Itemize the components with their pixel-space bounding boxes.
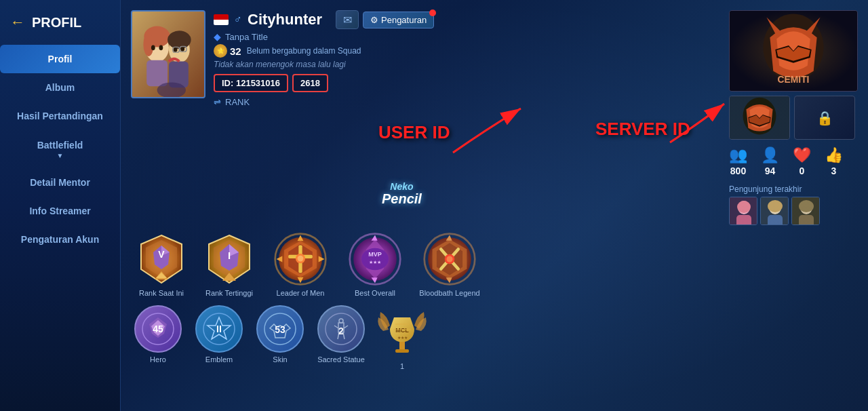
svg-point-11 <box>180 47 184 52</box>
sidebar-item-battlefield[interactable]: Battlefield ▼ <box>0 131 120 168</box>
emblem-label: Emblem <box>205 355 233 364</box>
svg-point-15 <box>157 82 186 98</box>
svg-point-25 <box>737 201 751 213</box>
sidebar-item-album[interactable]: Album <box>0 73 120 102</box>
visitor-2 <box>760 197 789 225</box>
skin-label: Skin <box>273 355 287 364</box>
rank-tertinggi: I Rank Tertinggi <box>199 232 260 297</box>
settings-icon: ⚙ <box>370 15 378 25</box>
svg-text:MCL: MCL <box>395 327 409 334</box>
visitor-thumbs <box>729 197 858 225</box>
avatar <box>131 10 205 98</box>
sacred-statue-item: 2 Sacred Statue <box>314 305 368 364</box>
svg-text:★★★: ★★★ <box>369 259 381 265</box>
flag-icon <box>214 14 229 25</box>
svg-point-9 <box>159 45 163 51</box>
sidebar-item-pengaturan-akun[interactable]: Pengaturan Akun <box>0 225 120 254</box>
svg-rect-30 <box>768 215 783 225</box>
server-id-box: 2618 <box>292 74 328 92</box>
mcl-item: MCL ★★★ 1 <box>375 305 429 370</box>
svg-point-29 <box>768 200 783 212</box>
title-diamond-icon: ◆ <box>214 31 221 42</box>
mcl-count: 1 <box>400 362 404 370</box>
guild-banner: CEMITI <box>729 10 858 92</box>
player-title: Tanpa Title <box>225 32 268 42</box>
sidebar-item-info-streamer[interactable]: Info Streamer <box>0 197 120 225</box>
svg-text:V: V <box>158 249 165 260</box>
sidebar-header: ← PROFIL <box>0 7 120 38</box>
level-coin-icon: ⭐ <box>214 44 227 58</box>
ranks-section: V Rank Saat Ini <box>131 232 858 297</box>
rank-label-row: ⇌ RANK <box>214 97 721 107</box>
guild-lock-box: 🔒 <box>794 96 855 140</box>
svg-point-5 <box>167 31 191 49</box>
title-row: ◆ Tanpa Title <box>214 31 721 42</box>
thumbs-stat: 👍 3 <box>825 146 843 176</box>
sidebar: ← PROFIL Profil Album Hasil Pertandingan… <box>0 0 121 411</box>
thumbs-count: 3 <box>831 165 837 176</box>
svg-text:45: 45 <box>153 324 163 334</box>
emblem-item: II Emblem <box>192 305 246 364</box>
items-section: 45 Hero II Emblem <box>131 305 858 370</box>
rank-highest-label: Rank Tertinggi <box>205 289 253 297</box>
following-count: 94 <box>765 165 776 176</box>
likes-stat: ❤️ 0 <box>793 146 811 176</box>
visitor-1 <box>729 197 757 225</box>
following-icon: 👤 <box>761 146 779 164</box>
hero-circle: 45 <box>134 305 182 353</box>
svg-text:MVP: MVP <box>368 251 382 258</box>
user-id-box: ID: 121531016 <box>214 74 288 92</box>
rank-badge-current: V <box>134 232 189 286</box>
rank-saat-ini: V Rank Saat Ini <box>131 232 192 297</box>
svg-text:2: 2 <box>338 326 344 336</box>
svg-text:I: I <box>228 250 231 261</box>
back-button[interactable]: ← <box>10 14 25 31</box>
sidebar-item-profil[interactable]: Profil <box>0 45 120 73</box>
sidebar-item-hasil[interactable]: Hasil Pertandingan <box>0 102 120 130</box>
thumbs-icon: 👍 <box>825 146 843 164</box>
main-content: ♂ Cityhunter ✉ ⚙ Pengaturan ◆ Tanp <box>121 0 868 411</box>
visitors-label: Pengunjung terakhir <box>729 184 858 194</box>
sacred-label: Sacred Statue <box>317 355 365 364</box>
level-badge: ⭐ 32 <box>214 44 241 58</box>
bloodbath-badge <box>422 232 477 286</box>
squad-text: Belum bergabung dalam Squad <box>247 46 361 56</box>
mail-icon: ✉ <box>343 14 352 26</box>
gender-icon: ♂ <box>234 14 242 26</box>
followers-stat: 👥 800 <box>729 146 747 176</box>
leader-of-men: Leader of Men <box>267 232 334 297</box>
followers-icon: 👥 <box>729 146 747 164</box>
best-overall-label: Best Overall <box>355 289 395 297</box>
likes-count: 0 <box>800 165 805 176</box>
sidebar-title: PROFIL <box>32 15 81 31</box>
rank-badge-highest: I <box>202 232 256 286</box>
guild-sub-row: 🔒 <box>729 96 858 140</box>
player-name: Cityhunter <box>248 11 322 28</box>
bloodbath-label: Bloodbath Legend <box>419 289 479 297</box>
sidebar-item-detail-mentor[interactable]: Detail Mentor <box>0 168 120 197</box>
svg-rect-34 <box>799 215 814 225</box>
notification-dot <box>429 9 436 16</box>
svg-point-33 <box>799 200 814 212</box>
svg-rect-88 <box>339 319 343 323</box>
rank-arrows-icon: ⇌ <box>214 97 221 107</box>
right-panel: CEMITI 🔒 <box>729 10 858 225</box>
hero-label: Hero <box>150 355 166 364</box>
svg-rect-26 <box>736 215 751 225</box>
svg-text:★★★: ★★★ <box>397 336 408 340</box>
mail-button[interactable]: ✉ <box>336 10 359 29</box>
svg-line-91 <box>344 326 348 328</box>
svg-point-4 <box>143 33 153 56</box>
hero-item: 45 Hero <box>131 305 185 364</box>
settings-button[interactable]: ⚙ Pengaturan <box>363 12 434 28</box>
skin-item: 53 Skin <box>253 305 307 364</box>
best-overall-badge: MVP ★★★ <box>348 232 402 286</box>
svg-point-8 <box>151 45 155 51</box>
lock-icon: 🔒 <box>816 110 833 126</box>
visitors-section: Pengunjung terakhir <box>729 184 858 225</box>
level-row: ⭐ 32 Belum bergabung dalam Squad <box>214 44 721 58</box>
sacred-circle: 2 <box>317 305 365 353</box>
svg-text:CEMITI: CEMITI <box>778 74 810 85</box>
leader-label: Leader of Men <box>277 289 325 297</box>
player-bio: Tidak akan menengok masa lalu lagi <box>214 60 721 69</box>
